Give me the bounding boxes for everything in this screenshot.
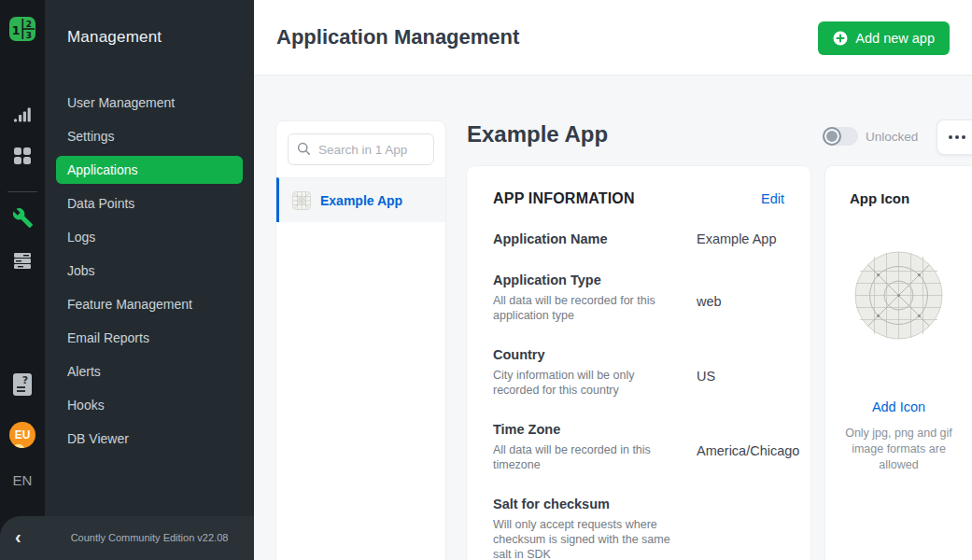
field-description: All data will be recorded for this appli… xyxy=(493,293,680,323)
field-description: All data will be recorded in this timezo… xyxy=(493,442,680,472)
app-information-card: APP INFORMATION Edit Application Name Ex… xyxy=(467,166,810,560)
search-icon xyxy=(297,142,311,160)
sidebar-item-alerts[interactable]: Alerts xyxy=(45,355,254,388)
countly-logo[interactable]: 1 2 3 xyxy=(0,15,45,43)
field-value: America/Chicago xyxy=(697,421,799,472)
language-selector[interactable]: EN xyxy=(0,472,45,488)
apps-grid-icon[interactable] xyxy=(0,146,45,166)
field-country: Country City information will be only re… xyxy=(493,346,784,398)
svg-text:2: 2 xyxy=(26,20,32,29)
svg-text:3: 3 xyxy=(26,31,32,40)
add-new-app-button[interactable]: Add new app xyxy=(818,21,950,55)
app-thumbnail-icon xyxy=(292,191,311,210)
sidebar-item-logs[interactable]: Logs xyxy=(45,220,254,254)
server-icon[interactable] xyxy=(0,250,45,271)
field-label: Application Type xyxy=(493,272,697,289)
app-icon-title: App Icon xyxy=(825,190,972,206)
field-label: Application Name xyxy=(493,231,697,248)
sidebar-item-settings[interactable]: Settings xyxy=(45,119,254,153)
field-value xyxy=(697,496,784,560)
field-description: City information will be only recorded f… xyxy=(493,368,680,398)
sidebar-item-jobs[interactable]: Jobs xyxy=(45,254,254,287)
page-header: Application Management Add new app xyxy=(254,0,972,76)
app-list-item-label: Example App xyxy=(320,193,402,208)
app-icon-card: App Icon Add Icon Only jpg, png and gif … xyxy=(825,166,972,560)
field-label: Country xyxy=(493,346,697,364)
field-label: Salt for checksum xyxy=(493,496,697,513)
sidebar-footer: ‹ Countly Community Edition v22.08 xyxy=(0,516,254,560)
sidebar-menu: User Management Settings Applications Da… xyxy=(45,86,254,455)
help-icon[interactable]: ? xyxy=(0,371,45,398)
selected-app-title: Example App xyxy=(467,121,608,147)
edit-link[interactable]: Edit xyxy=(761,191,784,206)
version-label: Countly Community Edition v22.08 xyxy=(45,532,254,543)
sidebar-section-title: Management xyxy=(67,28,162,47)
plus-circle-icon xyxy=(833,31,848,46)
user-avatar[interactable]: EU xyxy=(9,422,35,448)
field-value: Example App xyxy=(697,231,784,248)
svg-text:?: ? xyxy=(22,374,28,386)
sidebar-item-db-viewer[interactable]: DB Viewer xyxy=(45,422,254,455)
sidebar-icon-rail: 1 2 3 xyxy=(0,0,45,560)
sidebar-item-hooks[interactable]: Hooks xyxy=(45,388,254,422)
sidebar-item-feature-management[interactable]: Feature Management xyxy=(45,287,254,321)
lock-toggle[interactable] xyxy=(823,127,858,146)
app-list-item-example-app[interactable]: Example App xyxy=(276,177,445,222)
field-application-name: Application Name Example App xyxy=(493,231,784,248)
ellipsis-icon xyxy=(949,135,952,139)
analytics-icon[interactable] xyxy=(0,105,45,125)
more-options-button[interactable] xyxy=(937,119,972,155)
field-value: web xyxy=(697,272,784,323)
field-description: Will only accept requests where checksum… xyxy=(493,517,680,560)
sidebar-item-email-reports[interactable]: Email Reports xyxy=(45,321,254,355)
field-label: Time Zone xyxy=(493,421,697,439)
sidebar-menu-panel: Management User Management Settings Appl… xyxy=(45,0,254,560)
field-value: US xyxy=(697,346,784,398)
app-icon-placeholder xyxy=(854,251,943,340)
rail-divider xyxy=(7,191,37,192)
icon-format-note: Only jpg, png and gif image formats are … xyxy=(842,426,955,473)
lock-state-label: Unlocked xyxy=(866,130,918,144)
page-title: Application Management xyxy=(276,25,519,49)
sidebar-item-data-points[interactable]: Data Points xyxy=(45,187,254,220)
sidebar-item-applications[interactable]: Applications xyxy=(56,156,243,184)
add-icon-link[interactable]: Add Icon xyxy=(825,399,972,414)
collapse-sidebar-icon[interactable]: ‹ xyxy=(15,526,21,547)
app-list-card: Example App xyxy=(276,121,445,560)
wrench-icon[interactable] xyxy=(0,207,45,229)
field-salt-for-checksum: Salt for checksum Will only accept reque… xyxy=(493,496,784,560)
svg-text:1: 1 xyxy=(11,23,20,37)
add-new-app-label: Add new app xyxy=(855,31,935,46)
field-time-zone: Time Zone All data will be recorded in t… xyxy=(493,421,784,472)
lock-toggle-knob xyxy=(823,127,841,146)
sidebar-item-user-management[interactable]: User Management xyxy=(45,86,254,119)
field-application-type: Application Type All data will be record… xyxy=(493,272,784,323)
app-information-title: APP INFORMATION xyxy=(493,190,635,207)
